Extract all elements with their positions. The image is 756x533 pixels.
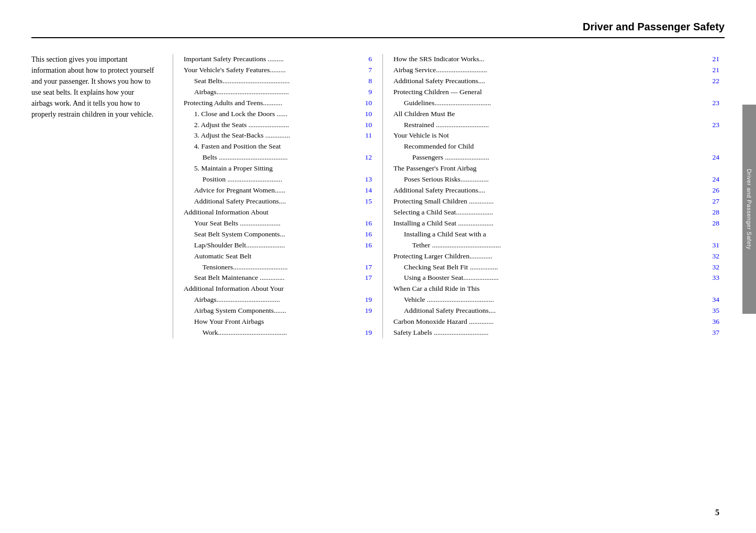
toc-item[interactable]: 4. Fasten and Position the Seat <box>184 141 372 152</box>
toc-item-page: 31 <box>704 240 719 251</box>
toc-item-text: How the SRS Indicator Works... <box>393 54 704 65</box>
toc-item[interactable]: Your Vehicle is Not <box>393 130 719 141</box>
toc-item[interactable]: Advice for Pregnant Women......14 <box>184 185 372 196</box>
toc-item[interactable]: Guidelines..............................… <box>393 98 719 109</box>
toc-item-page: 10 <box>356 120 372 131</box>
toc-item-text: Seat Belt System Components... <box>184 229 356 240</box>
toc-item-text: Airbags.................................… <box>184 294 356 305</box>
toc-item-text: Belts ..................................… <box>184 152 356 163</box>
toc-item-page: 17 <box>356 262 372 273</box>
toc-item[interactable]: The Passenger's Front Airbag <box>393 163 719 174</box>
toc-item-text: 4. Fasten and Position the Seat <box>184 141 356 152</box>
toc-item[interactable]: Protecting Larger Children.............3… <box>393 251 719 262</box>
toc-item[interactable]: Your Vehicle's Safety Features.........7 <box>184 65 372 76</box>
toc-item-page <box>356 163 372 174</box>
toc-item[interactable]: Seat Belt System Components...16 <box>184 229 372 240</box>
toc-item[interactable]: 2. Adjust the Seats ....................… <box>184 120 372 131</box>
toc-item[interactable]: Tensioners..............................… <box>184 262 372 273</box>
toc-item[interactable]: Seat Belts..............................… <box>184 76 372 87</box>
toc-item-page: 23 <box>704 98 719 109</box>
toc-item[interactable]: Additional Safety Precautions....26 <box>393 185 719 196</box>
toc-item-page: 12 <box>356 152 372 163</box>
toc-item[interactable]: Tether .................................… <box>393 240 719 251</box>
toc-item[interactable]: 3. Adjust the Seat-Backs ..............1… <box>184 130 372 141</box>
toc-item-page: 28 <box>704 207 719 218</box>
toc-item[interactable]: Airbag System Components.......19 <box>184 305 372 316</box>
toc-item[interactable]: Using a Booster Seat....................… <box>393 273 719 283</box>
toc-item-text: Additional Safety Precautions.... <box>393 76 704 87</box>
side-label-text: Driver and Passenger Safety <box>746 169 752 250</box>
toc-item-page <box>704 130 719 141</box>
toc-item-text: Installing a Child Seat with a <box>393 229 704 240</box>
toc-item[interactable]: 1. Close and Lock the Doors ......10 <box>184 109 372 120</box>
toc-item[interactable]: Lap/Shoulder Belt......................1… <box>184 240 372 251</box>
toc-item[interactable]: Carbon Monoxide Hazard ..............36 <box>393 316 719 327</box>
toc-item[interactable]: Protecting Children — General <box>393 87 719 98</box>
toc-item-page: 21 <box>704 65 719 76</box>
toc-item-text: Restrained .............................… <box>393 120 704 131</box>
toc-item-text: Additional Safety Precautions.... <box>184 196 356 207</box>
toc-item-text: Safety Labels ..........................… <box>393 327 704 338</box>
toc-item-text: Additional Information About Your <box>184 283 356 294</box>
toc-item[interactable]: Recommended for Child <box>393 141 719 152</box>
toc-item[interactable]: Installing a Child Seat with a <box>393 229 719 240</box>
toc-item-page: 24 <box>704 152 719 163</box>
toc-item-text: How Your Front Airbags <box>184 316 356 327</box>
toc-item[interactable]: Safety Labels ..........................… <box>393 327 719 338</box>
toc-item[interactable]: Airbag Service..........................… <box>393 65 719 76</box>
toc-item[interactable]: Passengers .........................24 <box>393 152 719 163</box>
toc-item[interactable]: Airbags.................................… <box>184 87 372 98</box>
page-container: Driver and Passenger Safety This section… <box>0 0 756 533</box>
toc-item-page: 22 <box>704 76 719 87</box>
toc-item[interactable]: Poses Serious Risks................24 <box>393 174 719 185</box>
toc-item-page: 10 <box>356 98 372 109</box>
toc-item-page: 37 <box>704 327 719 338</box>
toc-item[interactable]: 5. Maintain a Proper Sitting <box>184 163 372 174</box>
toc-item[interactable]: Additional Information About <box>184 207 372 218</box>
toc-item-text: The Passenger's Front Airbag <box>393 163 704 174</box>
toc-item-text: Airbags.................................… <box>184 87 356 98</box>
toc-item[interactable]: Vehicle ................................… <box>393 294 719 305</box>
toc-item[interactable]: Checking Seat Belt Fit ................3… <box>393 262 719 273</box>
toc-item[interactable]: All Children Must Be <box>393 109 719 120</box>
toc-item-page: 10 <box>356 109 372 120</box>
toc-item-page: 16 <box>356 229 372 240</box>
toc-item-page <box>356 283 372 294</box>
toc-item-page <box>356 316 372 327</box>
toc-item[interactable]: Important Safety Precautions .........6 <box>184 54 372 65</box>
toc-item-page: 11 <box>356 130 372 141</box>
toc-item[interactable]: Selecting a Child Seat..................… <box>393 207 719 218</box>
toc-item[interactable]: Additional Safety Precautions....15 <box>184 196 372 207</box>
toc-item[interactable]: Automatic Seat Belt <box>184 251 372 262</box>
toc-item-page: 35 <box>704 305 719 316</box>
toc-item[interactable]: Additional Safety Precautions....35 <box>393 305 719 316</box>
toc-item[interactable]: Position ...............................… <box>184 174 372 185</box>
toc-item[interactable]: Additional Information About Your <box>184 283 372 294</box>
toc-item-page: 9 <box>356 87 372 98</box>
toc-item-text: Protecting Small Children .............. <box>393 196 704 207</box>
toc-item[interactable]: Installing a Child Seat ................… <box>393 218 719 229</box>
toc-item-page <box>704 283 719 294</box>
column-divider <box>173 54 173 338</box>
toc-item[interactable]: Protecting Adults and Teens...........10 <box>184 98 372 109</box>
toc-item[interactable]: How Your Front Airbags <box>184 316 372 327</box>
toc-item-page: 16 <box>356 218 372 229</box>
toc-item-page: 27 <box>704 196 719 207</box>
toc-item[interactable]: Work....................................… <box>184 327 372 338</box>
toc-item[interactable]: How the SRS Indicator Works...21 <box>393 54 719 65</box>
page-number: 5 <box>715 508 719 517</box>
toc-item-text: Seat Belt Maintenance .............. <box>184 273 356 283</box>
toc-item-text: Advice for Pregnant Women...... <box>184 185 356 196</box>
toc-item[interactable]: Airbags.................................… <box>184 294 372 305</box>
toc-item-text: Protecting Adults and Teens........... <box>184 98 356 109</box>
toc-item-text: Using a Booster Seat.................... <box>393 273 704 283</box>
toc-item-text: 1. Close and Lock the Doors ...... <box>184 109 356 120</box>
toc-item[interactable]: Belts ..................................… <box>184 152 372 163</box>
toc-item-text: Additional Safety Precautions.... <box>393 305 704 316</box>
toc-item[interactable]: Seat Belt Maintenance ..............17 <box>184 273 372 283</box>
toc-item[interactable]: Restrained .............................… <box>393 120 719 131</box>
toc-item[interactable]: Additional Safety Precautions....22 <box>393 76 719 87</box>
toc-item[interactable]: Your Seat Belts .......................1… <box>184 218 372 229</box>
toc-item[interactable]: When Car a child Ride in This <box>393 283 719 294</box>
toc-item[interactable]: Protecting Small Children ..............… <box>393 196 719 207</box>
